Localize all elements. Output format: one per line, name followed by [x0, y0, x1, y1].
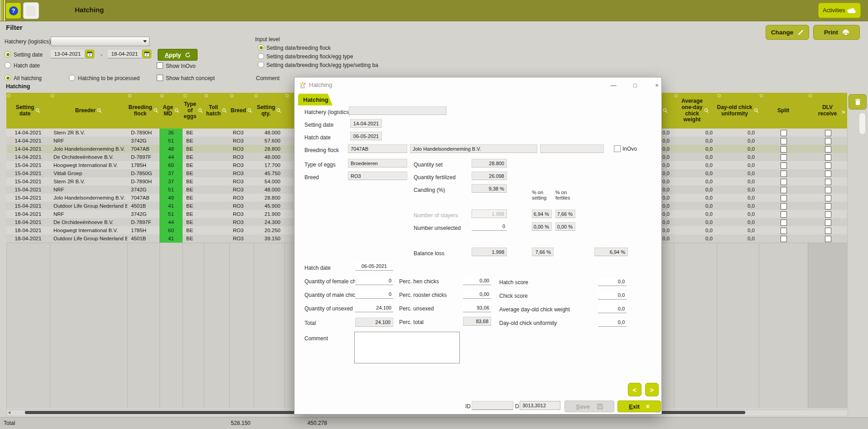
- column-header-5[interactable]: Typeofeggs: [183, 93, 204, 129]
- dlg-breed-input[interactable]: RO3: [348, 172, 407, 180]
- table-cell: 7047AB: [127, 194, 159, 202]
- dlg-hatch-date2-input[interactable]: 06-05-2021: [355, 262, 393, 271]
- split-checkbox[interactable]: [781, 203, 787, 210]
- dlg-type-of-eggs-input[interactable]: Broedeieren: [348, 159, 407, 167]
- dlv-receive-checkbox[interactable]: [825, 211, 831, 218]
- table-cell: Stern 2R B.V.: [50, 177, 127, 186]
- dialog-tab-hatching[interactable]: Hatching: [298, 94, 333, 105]
- split-checkbox[interactable]: [781, 162, 787, 169]
- split-checkbox[interactable]: [781, 179, 787, 185]
- dlg-flock-extra-input[interactable]: [540, 144, 604, 153]
- dlg-flock-name-input[interactable]: Jolo Handelsonderneming B.V.: [410, 144, 537, 153]
- split-checkbox[interactable]: [781, 138, 787, 144]
- dlg-female-input[interactable]: 0: [355, 276, 393, 285]
- vertical-scrollbar[interactable]: [859, 113, 865, 134]
- dlv-receive-checkbox[interactable]: [825, 219, 831, 226]
- dlg-comment-textarea[interactable]: [354, 332, 460, 363]
- search-icon: [174, 108, 179, 113]
- table-cell: 24.300: [254, 218, 285, 226]
- dlv-receive-checkbox[interactable]: [825, 236, 831, 242]
- minimize-button[interactable]: —: [607, 80, 620, 91]
- column-header-4[interactable]: AgeMD: [159, 93, 183, 129]
- dlg-hatchery-input[interactable]: [349, 106, 447, 115]
- table-cell: Hoogwegt International B.V.: [50, 226, 127, 234]
- table-cell-right: 0,0: [674, 153, 717, 161]
- previous-record-button[interactable]: <: [628, 383, 641, 396]
- table-cell: 14-04-2021: [6, 137, 50, 145]
- dlv-receive-checkbox[interactable]: [825, 146, 831, 153]
- table-cell: BE: [183, 226, 204, 234]
- more-columns-arrow-icon[interactable]: >: [842, 109, 845, 115]
- split-checkbox[interactable]: [781, 195, 787, 201]
- dlv-receive-checkbox[interactable]: [825, 203, 831, 210]
- dlg-pct-on-fertiles-header: % on fertiles: [555, 190, 570, 200]
- dlg-d-input[interactable]: 3013,3012: [520, 401, 560, 410]
- column-header-right-2[interactable]: Averageone-daychickweight: [674, 93, 717, 129]
- next-record-button[interactable]: >: [645, 383, 659, 396]
- table-cell: BE: [183, 218, 204, 226]
- split-checkbox[interactable]: [781, 146, 787, 153]
- dlg-flock-code-input[interactable]: 7047AB: [348, 144, 407, 153]
- column-header-right-5[interactable]: DLVreceive: [808, 93, 847, 129]
- column-header-8[interactable]: Settingqty.: [254, 93, 285, 129]
- split-checkbox[interactable]: [781, 211, 787, 218]
- exit-close-icon: ×: [646, 403, 650, 410]
- dlg-unsexed-input[interactable]: 24.100: [355, 304, 393, 312]
- dlg-avg-weight-input[interactable]: 0,0: [598, 305, 627, 313]
- dlg-perc-unsexed-label: Perc. unsexed: [399, 305, 434, 312]
- table-cell-right: 0,0: [717, 145, 759, 153]
- table-cell-right: 0,0: [674, 137, 717, 145]
- dlg-perc-rooster-input[interactable]: 0,00: [463, 290, 491, 299]
- dlv-receive-checkbox[interactable]: [825, 154, 831, 161]
- table-cell: BE: [183, 137, 204, 145]
- split-checkbox[interactable]: [781, 171, 787, 177]
- column-header-right-3[interactable]: Day-old chickuniformity: [717, 93, 759, 129]
- column-divider: [847, 129, 848, 408]
- table-cell: 36: [159, 129, 183, 137]
- dlg-perc-unsexed-input[interactable]: 93,06: [463, 304, 491, 312]
- column-header-right-4[interactable]: Split: [759, 93, 808, 129]
- column-header-2[interactable]: Breeder: [50, 93, 127, 129]
- table-cell: 14-04-2021: [6, 153, 50, 161]
- maximize-button[interactable]: □: [629, 80, 641, 91]
- split-checkbox[interactable]: [781, 236, 787, 242]
- dlg-stayers-label: Number of stayers: [414, 212, 458, 219]
- column-header-1[interactable]: Settingdate: [6, 93, 50, 129]
- dlv-receive-checkbox[interactable]: [825, 187, 831, 193]
- split-checkbox[interactable]: [781, 219, 787, 226]
- dlv-receive-checkbox[interactable]: [825, 130, 831, 136]
- exit-button[interactable]: Exit ×: [617, 400, 661, 412]
- split-checkbox[interactable]: [781, 130, 787, 136]
- split-checkbox[interactable]: [781, 187, 787, 193]
- table-cell: [204, 194, 229, 202]
- dlg-hatch-date-input[interactable]: 06-05-2021: [350, 132, 382, 140]
- split-checkbox[interactable]: [781, 228, 787, 234]
- resize-grip[interactable]: [655, 408, 661, 413]
- dlg-male-input[interactable]: 0: [355, 290, 393, 299]
- delete-button[interactable]: [849, 94, 867, 110]
- dlg-hatch-score-input[interactable]: 0,0: [598, 277, 627, 286]
- dlg-inovo-checkbox[interactable]: [614, 145, 621, 152]
- table-cell: 39.150: [254, 234, 285, 243]
- dlv-receive-checkbox[interactable]: [825, 162, 831, 169]
- dlv-receive-checkbox[interactable]: [825, 138, 831, 144]
- save-button[interactable]: Save: [564, 400, 614, 412]
- dlv-receive-checkbox[interactable]: [825, 195, 831, 201]
- dlv-receive-checkbox[interactable]: [825, 228, 831, 234]
- column-header-7[interactable]: Breed: [229, 93, 254, 129]
- table-cell: Hoogwegt International B.V.: [50, 161, 127, 169]
- dlg-id-input[interactable]: [472, 401, 513, 410]
- dlg-perc-hen-input[interactable]: 0,00: [463, 276, 491, 285]
- split-checkbox[interactable]: [781, 154, 787, 161]
- dlv-receive-checkbox[interactable]: [825, 171, 831, 177]
- dlg-uniformity-input[interactable]: 0,0: [598, 318, 627, 327]
- column-header-3[interactable]: Breedingflock: [127, 93, 159, 129]
- scroll-left-arrow-icon[interactable]: [8, 411, 10, 414]
- dlg-chick-score-input[interactable]: 0,0: [598, 291, 627, 300]
- dlg-setting-date-input[interactable]: 14-04-2021: [350, 119, 382, 128]
- dlg-unselected-input[interactable]: 0: [472, 222, 507, 231]
- column-header-6[interactable]: Tollhatch: [204, 93, 229, 129]
- close-button[interactable]: ×: [651, 80, 663, 91]
- dlv-receive-checkbox[interactable]: [825, 179, 831, 185]
- dlg-stayers-pct-fertiles: 7,66 %: [555, 210, 575, 218]
